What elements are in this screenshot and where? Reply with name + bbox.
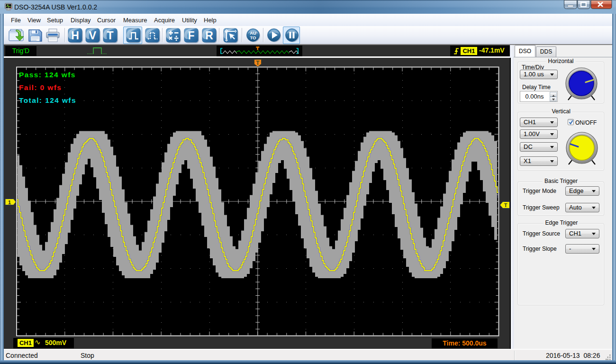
- svg-text:Fail: 0 wfs: Fail: 0 wfs: [19, 83, 62, 91]
- svg-text:TO: TO: [250, 35, 256, 40]
- svg-text:Pass: 124 wfs: Pass: 124 wfs: [19, 71, 76, 79]
- svg-text:H: H: [71, 29, 79, 42]
- svg-text:T: T: [256, 60, 260, 66]
- svg-text:T: T: [504, 202, 507, 208]
- svg-text:R: R: [205, 29, 213, 42]
- svg-text:F: F: [188, 29, 194, 42]
- svg-text:V: V: [89, 29, 97, 42]
- svg-text:T: T: [107, 29, 113, 42]
- svg-text:Total: 124 wfs: Total: 124 wfs: [19, 96, 76, 104]
- svg-text:1: 1: [8, 200, 11, 205]
